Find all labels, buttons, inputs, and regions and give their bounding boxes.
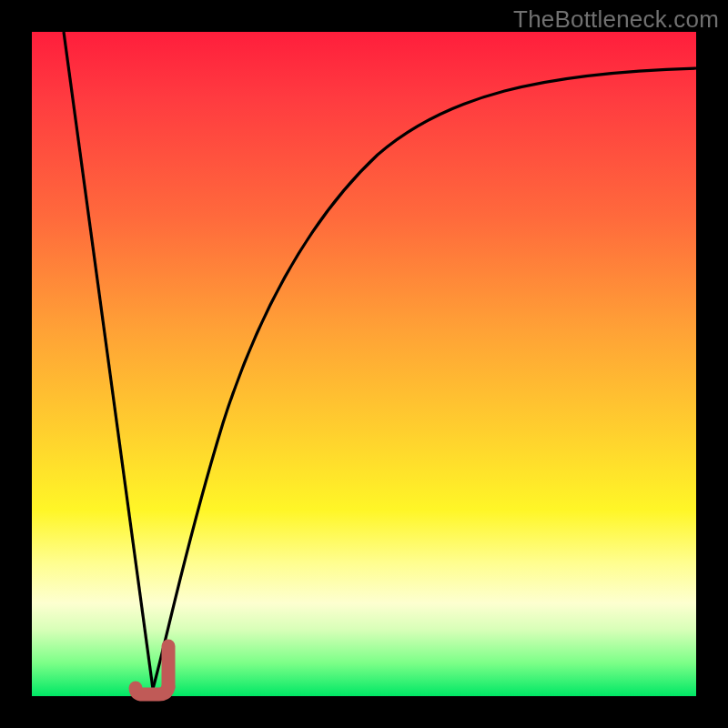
curve-left-descent — [64, 32, 153, 689]
watermark-text: TheBottleneck.com — [513, 5, 719, 34]
plot-area — [32, 32, 696, 696]
marker-j-hook — [136, 687, 168, 694]
curve-right-rise — [153, 68, 696, 689]
outer-frame: TheBottleneck.com — [0, 0, 728, 728]
curve-layer — [32, 32, 696, 696]
